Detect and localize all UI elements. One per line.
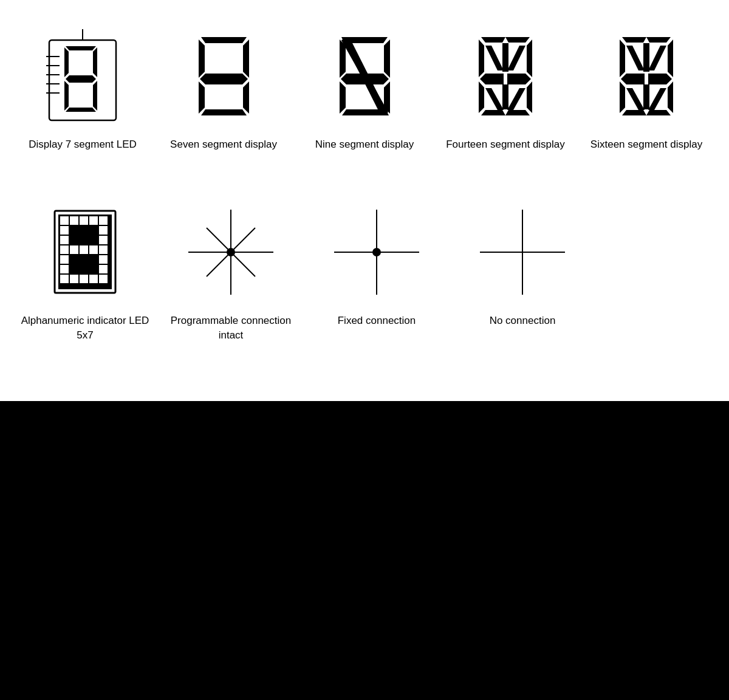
svg-marker-39 [505, 110, 530, 115]
svg-marker-59 [648, 46, 666, 70]
svg-marker-52 [620, 81, 625, 113]
svg-rect-70 [70, 226, 78, 235]
svg-marker-23 [384, 39, 390, 78]
icon-alphanumeric [33, 201, 137, 304]
svg-point-103 [227, 248, 235, 256]
svg-marker-33 [527, 39, 532, 77]
svg-marker-12 [93, 81, 97, 111]
item-fourteen-segment: Fourteen segment display [441, 24, 570, 152]
svg-marker-47 [646, 37, 671, 43]
svg-rect-93 [99, 265, 108, 273]
icon-no-connection [471, 201, 574, 304]
svg-marker-40 [502, 43, 508, 72]
icon-nine-segment [313, 24, 416, 128]
svg-rect-95 [70, 275, 78, 283]
svg-marker-11 [64, 81, 69, 111]
svg-marker-34 [480, 74, 504, 84]
svg-rect-65 [70, 216, 78, 225]
icon-fixed-connection [325, 201, 428, 304]
label-seven-segment: Seven segment display [170, 137, 277, 152]
icon-programmable-connection [179, 201, 282, 304]
svg-rect-98 [99, 275, 108, 283]
svg-rect-80 [70, 245, 78, 254]
svg-marker-50 [621, 74, 645, 84]
svg-marker-25 [340, 81, 346, 114]
svg-rect-96 [80, 275, 88, 283]
svg-rect-76 [80, 236, 88, 244]
svg-rect-78 [99, 236, 108, 244]
svg-marker-30 [481, 37, 505, 43]
svg-rect-79 [60, 245, 69, 254]
svg-marker-19 [243, 81, 249, 114]
svg-rect-86 [80, 255, 88, 264]
item-sixteen-segment: Sixteen segment display [582, 24, 711, 152]
item-alphanumeric: Alphanumeric indicator LED 5x7 [18, 201, 152, 343]
bottom-black-area [0, 401, 729, 700]
svg-marker-16 [243, 39, 249, 78]
svg-rect-72 [89, 226, 98, 235]
icon-display-7seg-led [31, 24, 134, 128]
svg-marker-38 [481, 110, 505, 115]
label-no-connection: No connection [490, 314, 556, 328]
label-programmable-connection: Programmable connection intact [164, 314, 298, 343]
svg-marker-45 [507, 88, 525, 110]
item-seven-segment: Seven segment display [159, 24, 288, 152]
svg-marker-31 [505, 37, 530, 43]
svg-marker-20 [201, 109, 247, 115]
svg-marker-51 [648, 74, 672, 84]
item-display-7seg-led: Display 7 segment LED [18, 24, 147, 152]
svg-marker-15 [199, 39, 205, 78]
icon-fourteen-segment [454, 24, 557, 128]
svg-marker-43 [507, 46, 525, 70]
label-display-7seg-led: Display 7 segment LED [29, 137, 137, 152]
svg-rect-92 [89, 265, 98, 273]
svg-rect-91 [80, 265, 88, 273]
svg-rect-73 [99, 226, 108, 235]
svg-marker-36 [479, 81, 484, 113]
svg-marker-42 [485, 46, 504, 70]
svg-rect-84 [60, 255, 69, 264]
svg-marker-13 [66, 108, 96, 112]
svg-marker-10 [66, 75, 96, 83]
svg-rect-66 [80, 216, 88, 225]
svg-point-106 [372, 248, 381, 256]
svg-rect-68 [99, 216, 108, 225]
svg-rect-85 [70, 255, 78, 264]
svg-marker-55 [646, 110, 671, 115]
svg-marker-32 [479, 39, 484, 77]
svg-marker-18 [199, 81, 205, 114]
svg-rect-64 [60, 216, 69, 225]
svg-marker-58 [626, 46, 645, 70]
svg-marker-14 [201, 37, 247, 43]
svg-marker-48 [620, 39, 625, 77]
svg-marker-53 [668, 81, 673, 113]
svg-marker-61 [648, 88, 666, 110]
svg-marker-35 [507, 74, 531, 84]
svg-marker-37 [527, 81, 532, 113]
icon-seven-segment [172, 24, 275, 128]
svg-rect-82 [89, 245, 98, 254]
label-sixteen-segment: Sixteen segment display [590, 137, 702, 152]
svg-rect-69 [60, 226, 69, 235]
svg-marker-8 [64, 47, 69, 77]
label-alphanumeric: Alphanumeric indicator LED 5x7 [18, 314, 152, 343]
svg-rect-67 [89, 216, 98, 225]
svg-marker-60 [626, 88, 645, 110]
svg-marker-7 [66, 46, 96, 50]
svg-rect-88 [99, 255, 108, 264]
svg-marker-41 [502, 84, 508, 109]
item-no-connection: No connection [456, 201, 589, 328]
row-2: Alphanumeric indicator LED 5x7 Programma… [0, 176, 729, 361]
svg-marker-9 [93, 47, 97, 77]
row-1: Display 7 segment LED [0, 0, 729, 170]
svg-rect-89 [60, 265, 69, 273]
icon-sixteen-segment [595, 24, 698, 128]
svg-rect-81 [80, 245, 88, 254]
label-fourteen-segment: Fourteen segment display [446, 137, 565, 152]
label-nine-segment: Nine segment display [315, 137, 414, 152]
svg-rect-75 [70, 236, 78, 244]
svg-rect-94 [60, 275, 69, 283]
label-fixed-connection: Fixed connection [338, 314, 416, 328]
item-programmable-connection: Programmable connection intact [164, 201, 298, 343]
svg-marker-17 [200, 74, 248, 84]
